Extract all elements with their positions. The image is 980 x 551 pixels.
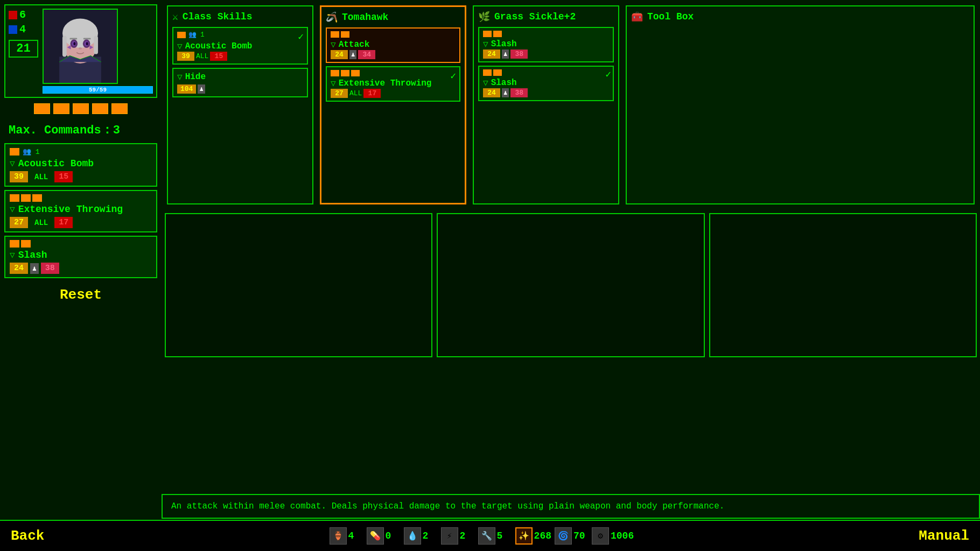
grass-sickle-skill-slash-1[interactable]: ▽ Slash 24 ♟ 38 bbox=[478, 27, 614, 62]
skill-name-row: ▽ Hide bbox=[177, 72, 303, 82]
skill-dots: ✓ bbox=[483, 69, 609, 76]
cmd-dot-3 bbox=[73, 103, 89, 114]
svg-rect-5 bbox=[62, 36, 67, 57]
stat-power: 27 bbox=[331, 89, 348, 98]
dot1 bbox=[483, 31, 492, 37]
skill-name: Extensive Throwing bbox=[18, 204, 123, 215]
tomahawk-skill-throwing[interactable]: ▽ Extensive Throwing 27 ALL 17 ✓ bbox=[326, 66, 460, 102]
skill-name-row: ▽ Extensive Throwing bbox=[10, 204, 152, 215]
check-icon: ✓ bbox=[450, 70, 456, 82]
dot2 bbox=[341, 31, 349, 38]
max-commands-label: Max. Commands：3 bbox=[4, 119, 157, 140]
class-skill-hide[interactable]: ▽ Hide 104 ♟ bbox=[172, 68, 308, 97]
svg-point-11 bbox=[73, 42, 75, 45]
panel-header: ⚔ Class Skills bbox=[172, 11, 308, 23]
stat-power: 24 bbox=[331, 50, 348, 59]
svg-rect-14 bbox=[83, 38, 91, 39]
inv-icon-5[interactable]: 🔧 bbox=[478, 527, 495, 545]
inv-icon-3[interactable]: 💧 bbox=[404, 527, 421, 545]
tomahawk-skill-attack[interactable]: ▽ Attack 24 ♟ 34 bbox=[326, 27, 460, 63]
skill-stats: 24 ♟ 38 bbox=[10, 263, 152, 274]
stat-extra: 34 bbox=[358, 50, 375, 59]
stat-target: ALL bbox=[30, 217, 52, 228]
description-text: An attack within melee combat. Deals phy… bbox=[171, 501, 724, 511]
stat-red-row: 6 bbox=[9, 9, 38, 21]
stat-power: 24 bbox=[483, 50, 500, 59]
inv-item-3: 💧 2 bbox=[404, 527, 438, 545]
skill-icon: ▽ bbox=[10, 250, 15, 260]
inv-icon-7[interactable]: 🌀 bbox=[555, 527, 572, 545]
skill-name-row: ▽ Attack bbox=[331, 39, 456, 50]
inv-icon-1[interactable]: 🏺 bbox=[330, 527, 347, 545]
hp-bar: 59/59 bbox=[43, 86, 153, 94]
cmd-dot-5 bbox=[111, 103, 128, 114]
skill-dot-1 bbox=[10, 240, 19, 248]
skill-name: Attack bbox=[339, 40, 370, 50]
inv-count-3: 2 bbox=[423, 531, 438, 541]
skill-stats: 24 ♟ 38 bbox=[483, 88, 609, 97]
character-portrait: 6 4 21 bbox=[4, 4, 157, 98]
stat-person-icon: ♟ bbox=[198, 84, 205, 94]
left-skill-slash[interactable]: ▽ Slash 24 ♟ 38 bbox=[4, 236, 157, 278]
class-skills-panel: ⚔ Class Skills 👥 1 ✓ ▽ Acoustic Bomb 39 bbox=[167, 5, 313, 204]
manual-button[interactable]: Manual bbox=[919, 528, 969, 544]
back-button[interactable]: Back bbox=[11, 528, 44, 544]
dot2 bbox=[493, 69, 502, 76]
inv-count-6: 268 bbox=[534, 531, 551, 541]
class-skills-icon: ⚔ bbox=[172, 11, 178, 23]
inv-icon-4[interactable]: ⚡ bbox=[441, 527, 458, 545]
dot bbox=[177, 32, 186, 38]
left-skill-extensive-throwing[interactable]: ▽ Extensive Throwing 27 ALL 17 bbox=[4, 190, 157, 232]
skill-header bbox=[10, 194, 152, 202]
inv-count-2: 0 bbox=[386, 531, 401, 541]
inventory-row: 🏺 4 💊 0 💧 2 ⚡ 2 🔧 5 bbox=[330, 527, 634, 545]
stat-person-icon: ♟ bbox=[30, 263, 39, 274]
stat-extra: 17 bbox=[54, 217, 73, 228]
stat-extra: 38 bbox=[510, 50, 528, 59]
skill-name-row: ▽ Extensive Throwing bbox=[331, 78, 456, 89]
skill-stats: 39 ALL 15 bbox=[177, 52, 303, 61]
reset-button[interactable]: Reset bbox=[4, 281, 157, 308]
dot2 bbox=[493, 31, 502, 37]
skill-dot bbox=[10, 148, 19, 156]
skill-name: Hide bbox=[185, 72, 206, 82]
skill-stats: 39 ALL 15 bbox=[10, 171, 152, 182]
skill-header bbox=[10, 240, 152, 248]
skill-dots bbox=[483, 31, 609, 37]
blue-icon bbox=[9, 25, 17, 34]
stat-target: ALL bbox=[196, 52, 208, 60]
dot1 bbox=[331, 70, 339, 76]
svg-point-12 bbox=[86, 42, 88, 45]
stat-power: 104 bbox=[177, 84, 196, 94]
skill-dots bbox=[10, 240, 31, 248]
skill-dots bbox=[331, 70, 456, 76]
tool-box-panel: 🧰 Tool Box bbox=[626, 5, 975, 204]
skill-name-row: ▽ Acoustic Bomb bbox=[10, 158, 152, 169]
skill-dots bbox=[331, 31, 456, 38]
bottom-toolbar: Back 🏺 4 💊 0 💧 2 ⚡ 2 bbox=[0, 520, 980, 551]
description-bar: An attack within melee combat. Deals phy… bbox=[162, 494, 980, 519]
class-skill-acoustic-bomb[interactable]: 👥 1 ✓ ▽ Acoustic Bomb 39 ALL 15 bbox=[172, 27, 308, 65]
stat-person-icon: ♟ bbox=[349, 50, 356, 59]
stat-extra: 38 bbox=[510, 88, 528, 97]
tool-box-icon: 🧰 bbox=[631, 11, 643, 23]
skill-header: 👥 1 bbox=[10, 147, 152, 156]
stat-red-value: 6 bbox=[19, 9, 26, 21]
stat-power: 39 bbox=[10, 171, 28, 182]
stat-person-icon: ♟ bbox=[502, 50, 509, 59]
dot2 bbox=[341, 70, 349, 76]
inv-icon-6[interactable]: ✨ bbox=[515, 527, 533, 545]
inv-count-1: 4 bbox=[348, 531, 363, 541]
grass-sickle-skill-slash-2[interactable]: ✓ ▽ Slash 24 ♟ 38 bbox=[478, 66, 614, 101]
inv-icon-2[interactable]: 💊 bbox=[367, 527, 384, 545]
inv-icon-8[interactable]: ⚙ bbox=[592, 527, 609, 545]
stat-power: 39 bbox=[177, 52, 194, 61]
empty-panel-1 bbox=[165, 213, 432, 357]
portrait-image bbox=[43, 9, 118, 84]
stat-extra: 38 bbox=[41, 263, 59, 274]
hp-text: 59/59 bbox=[89, 87, 107, 93]
grass-sickle-icon: 🌿 bbox=[478, 11, 490, 23]
inv-item-6: ✨ 268 bbox=[515, 527, 551, 545]
inv-item-1: 🏺 4 bbox=[330, 527, 363, 545]
left-skill-acoustic-bomb[interactable]: 👥 1 ▽ Acoustic Bomb 39 ALL 15 bbox=[4, 143, 157, 187]
